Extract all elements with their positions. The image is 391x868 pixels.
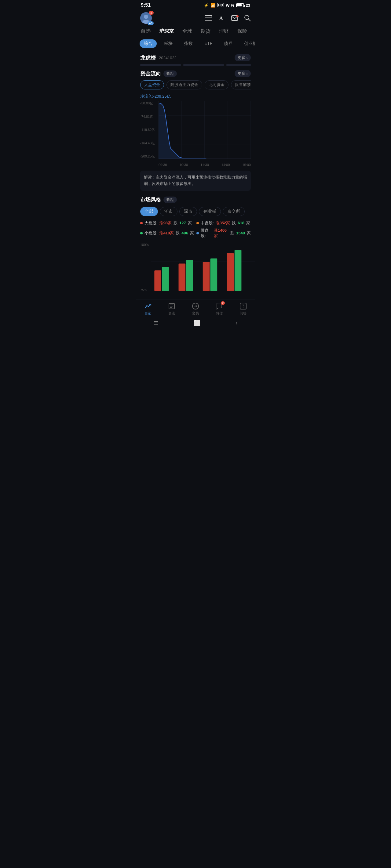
nav-item-wealth[interactable]: 理财 [217,27,231,36]
bottom-nav-news[interactable]: 资讯 [168,303,175,316]
sys-back-btn[interactable]: ‹ [235,320,238,326]
system-bar: ☰ ⬜ ‹ [136,317,255,331]
status-time: 9:51 [141,2,150,8]
status-icons: ⚡ 📶 HD WiFi 23 [204,3,250,8]
qa-icon: ? [240,303,247,310]
zixuan-label: 自选 [144,311,151,316]
market-style-bar-chart: 100% 75% [140,243,251,298]
search-icon[interactable] [244,14,251,21]
ms-tab-startup[interactable]: 创业板 [199,207,221,216]
zixuan-icon [144,303,151,310]
svg-rect-29 [211,258,218,291]
longtiger-placeholder [136,64,255,70]
ms-collapse-btn[interactable]: 收起 [163,196,177,203]
svg-rect-26 [179,264,186,291]
wifi-icon: WiFi [226,3,234,8]
sub-item-general[interactable]: 综合 [140,39,157,48]
ms-header: 市场风格 收起 [140,196,251,203]
svg-point-1 [144,14,148,19]
longtiger-date: 20241022 [159,56,176,60]
cf-header: 资金流向 收起 更多 › [140,70,251,77]
stat-dot-micro [196,232,199,235]
main-nav: 自选 沪深京 全球 期货 理财 保险 更多 [136,26,255,37]
svg-point-6 [211,15,212,16]
ms-tab-all[interactable]: 全部 [140,207,158,216]
chart-net-inflow: 净流入:-209.25亿 [140,94,251,101]
huixin-label: 慧信 [216,311,223,316]
stat-small-cap: 小盘股: 涨410家 跌 496 家 [140,228,195,239]
mail-icon[interactable] [231,15,238,21]
sub-item-startup[interactable]: 创业板 [240,39,255,48]
nav-item-zixuan[interactable]: 自选 [139,27,152,36]
signal-icon: 📶 [211,3,215,8]
font-icon[interactable]: A [218,14,225,21]
nav-item-more[interactable]: 更多 [254,27,255,36]
chart-y-labels: -30.00亿 -74.81亿 -119.62亿 -164.43亿 -209.2… [140,101,155,159]
bar-chart-y-labels: 100% 75% [140,243,149,292]
bottom-nav: 自选 资讯 交易 2 慧信 [136,299,255,317]
svg-rect-27 [186,260,193,291]
capital-flow-chart: 净流入:-209.25亿 -30.00亿 -74.81亿 -119.62亿 -1… [140,94,251,191]
avatar-badge-top: 2 [149,11,153,14]
avatar-badge-bottom: ▶5 [147,21,153,25]
cf-tab-land[interactable]: 陆股通主力资金 [166,80,202,89]
status-bar: 9:51 ⚡ 📶 HD WiFi 23 [136,0,255,10]
sub-item-etf[interactable]: ETF [200,39,217,48]
top-nav-row: 2 ▶5 A [136,10,255,26]
news-icon [168,303,175,310]
user-avatar[interactable]: 2 ▶5 [140,12,152,24]
news-label: 资讯 [168,311,175,316]
sys-home-btn[interactable]: ⬜ [194,320,200,327]
sub-item-sector[interactable]: 板块 [160,39,177,48]
x-label-3: 14:00 [221,163,230,167]
huixin-icon: 2 [216,303,223,310]
stat-mid-cap: 中盘股: 涨352家 跌 618 家 [196,220,251,226]
x-label-0: 09:30 [159,163,167,167]
sub-item-bond[interactable]: 债券 [220,39,237,48]
cf-tab-north[interactable]: 北向资金 [205,80,228,89]
bluetooth-icon: ⚡ [204,3,208,8]
nav-item-hushen[interactable]: 沪深京 [157,27,176,36]
stat-dot-large [140,222,143,224]
chart-note: 解读：主力资金净流入，可用来预测推动指数涨跌力量的强弱，反映市场上的做多氛围。 [140,170,251,191]
x-label-2: 11:30 [200,163,209,167]
svg-rect-5 [205,20,212,21]
sub-item-index[interactable]: 指数 [180,39,197,48]
chart-area: -30.00亿 -74.81亿 -119.62亿 -164.43亿 -209.2… [140,101,251,168]
x-label-4: 15:00 [242,163,251,167]
cf-tab-unlock[interactable]: 限售解禁 [231,80,251,89]
chart-x-labels: 09:30 10:30 11:30 14:00 15:00 [159,163,251,167]
ms-title: 市场风格 [140,196,161,203]
stat-micro-cap: 微盘股: 涨1406家 跌 1540 家 [196,228,251,239]
stat-dot-mid [196,222,199,224]
svg-rect-31 [234,250,242,291]
menu-icon[interactable] [205,15,212,21]
longtiger-header: 龙虎榜 20241022 更多 › [136,50,255,64]
ms-tabs: 全部 沪市 深市 创业板 京交所 [140,207,251,216]
longtiger-title: 龙虎榜 [140,54,156,61]
nav-item-insurance[interactable]: 保险 [235,27,249,36]
ms-tab-beijing[interactable]: 京交所 [223,207,245,216]
cf-more-btn[interactable]: 更多 › [234,70,251,77]
ms-tab-shanghai[interactable]: 沪市 [160,207,177,216]
hd-label: HD [217,3,224,7]
nav-item-global[interactable]: 全球 [180,27,194,36]
cf-tab-large[interactable]: 大盘资金 [140,80,164,89]
capital-flow-section: 资金流向 收起 更多 › 大盘资金 陆股通主力资金 北向资金 限售解禁 净流入:… [136,70,255,191]
bottom-nav-zixuan[interactable]: 自选 [144,303,151,316]
svg-text:?: ? [242,304,244,309]
bottom-nav-trade[interactable]: 交易 [192,303,199,316]
battery-level: 23 [246,3,250,8]
svg-rect-28 [203,261,210,291]
nav-item-futures[interactable]: 期货 [199,27,212,36]
bottom-nav-huixin[interactable]: 2 慧信 [216,303,223,316]
market-style-section: 市场风格 收起 全部 沪市 深市 创业板 京交所 大盘股: 涨98家 跌 127… [136,192,255,298]
y-label-4: -209.25亿 [140,154,155,159]
bottom-nav-qa[interactable]: ? 问答 [240,303,247,316]
sys-menu-btn[interactable]: ☰ [153,320,159,327]
svg-rect-30 [227,253,234,291]
ms-tab-shenzhen[interactable]: 深市 [179,207,197,216]
cf-collapse-btn[interactable]: 收起 [163,70,177,77]
longtiger-more-btn[interactable]: 更多 › [234,54,251,61]
huixin-badge: 2 [221,301,225,305]
